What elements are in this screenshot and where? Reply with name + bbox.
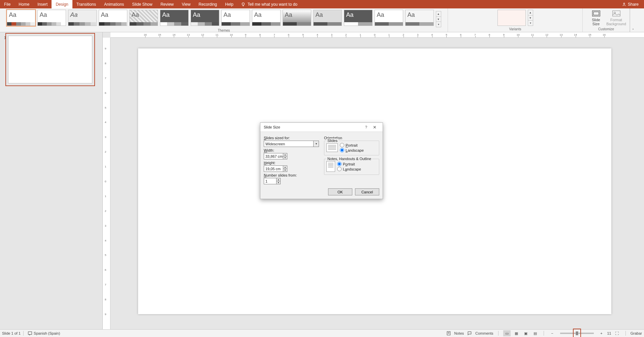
tab-design[interactable]: Design — [52, 0, 72, 8]
slideshow-view-button[interactable]: ▤ — [532, 330, 539, 336]
height-down[interactable]: ▼ — [283, 169, 287, 172]
notes-landscape-radio[interactable]: Landscape — [337, 167, 361, 171]
notes-icon — [446, 331, 451, 336]
theme-swatch[interactable]: Aa — [405, 10, 434, 26]
theme-swatch[interactable]: Aa — [160, 10, 189, 26]
theme-swatch[interactable]: Aa — [129, 10, 158, 26]
number-from-label: Number slides from: — [264, 173, 319, 177]
slide-size-icon — [592, 10, 601, 17]
tab-home[interactable]: Home — [14, 0, 33, 8]
number-down[interactable]: ▼ — [276, 181, 280, 184]
notes-button[interactable] — [445, 330, 452, 336]
themes-group-label: Themes — [218, 29, 230, 32]
theme-swatch[interactable]: Aa — [375, 10, 403, 26]
notes-portrait-radio[interactable]: Portrait — [337, 162, 361, 166]
themes-scroll-up[interactable]: ▲ — [436, 11, 441, 17]
format-bg-label: Format Background — [606, 18, 626, 26]
language-indicator[interactable]: Spanish (Spain) — [34, 331, 60, 335]
height-spinner[interactable]: 19,05 cm ▲▼ — [264, 165, 287, 172]
zoom-slider[interactable] — [560, 333, 594, 334]
chevron-down-icon: ▾ — [313, 141, 319, 147]
slides-portrait-radio[interactable]: Portrait — [340, 143, 364, 147]
number-from-spinner[interactable]: 1 ▲▼ — [264, 178, 281, 184]
theme-swatch[interactable]: Aa — [191, 10, 219, 26]
notes-label[interactable]: Notes — [454, 331, 464, 335]
dialog-title: Slide Size — [264, 125, 280, 129]
sized-for-combo[interactable]: Widescreen ▾ — [264, 141, 319, 147]
dialog-close-button[interactable]: ✕ — [370, 125, 379, 130]
variants-group-label: Variants — [509, 27, 521, 32]
tab-animations[interactable]: Animations — [100, 0, 128, 8]
svg-point-0 — [242, 3, 244, 5]
dialog-titlebar: Slide Size ? ✕ — [260, 123, 383, 132]
theme-swatch[interactable]: Aa — [252, 10, 281, 26]
svg-rect-3 — [593, 12, 599, 15]
notes-legend: Notes, Handouts & Outline — [326, 157, 372, 161]
width-spinner[interactable]: 33,867 cm ▲▼ — [264, 153, 287, 159]
zoom-level[interactable]: 11 — [607, 331, 611, 335]
theme-swatch[interactable]: Aa — [283, 10, 311, 26]
ribbon-collapse[interactable]: ˄ — [630, 8, 636, 32]
spellcheck-icon[interactable] — [26, 330, 34, 336]
share-button[interactable]: Share — [622, 2, 639, 7]
tab-review[interactable]: Review — [156, 0, 178, 8]
height-up[interactable]: ▲ — [283, 166, 287, 169]
ribbon-tabs: File Home Insert Design Transitions Anim… — [0, 0, 644, 8]
tab-transitions[interactable]: Transitions — [72, 0, 100, 8]
format-background-button[interactable]: Format Background — [608, 10, 625, 26]
comments-button[interactable] — [466, 330, 473, 336]
tab-file[interactable]: File — [0, 0, 14, 8]
variants-scroll: ▲ ▼ ▾ — [528, 10, 533, 26]
theme-swatch[interactable]: Aa — [313, 10, 342, 26]
variants-expand[interactable]: ▾ — [528, 21, 533, 26]
sorter-view-button[interactable]: ▦ — [513, 330, 520, 336]
themes-expand[interactable]: ▾ — [436, 22, 441, 27]
svg-rect-6 — [28, 332, 32, 334]
tab-view[interactable]: View — [178, 0, 195, 8]
height-label: Height: — [264, 161, 319, 165]
fit-window-button[interactable]: ⛶ — [613, 330, 621, 336]
themes-gallery: Aa Aa Aa Aa Aa Aa Aa Aa Aa Aa Aa Aa Aa A… — [5, 8, 443, 29]
svg-rect-4 — [612, 11, 620, 16]
tell-me-label: Tell me what you want to do — [248, 2, 297, 7]
tab-insert[interactable]: Insert — [33, 0, 52, 8]
slide-size-button[interactable]: Slide Size — [587, 10, 605, 26]
number-up[interactable]: ▲ — [276, 178, 280, 181]
variant-swatch[interactable] — [497, 10, 526, 26]
zoom-out-button[interactable]: − — [549, 330, 556, 336]
theme-swatch[interactable]: Aa — [344, 10, 373, 26]
normal-view-button[interactable]: ▭ — [503, 330, 511, 336]
theme-swatch[interactable]: Aa — [99, 10, 127, 26]
tab-help[interactable]: Help — [221, 0, 237, 8]
themes-scroll-down[interactable]: ▼ — [436, 17, 441, 22]
tab-slideshow[interactable]: Slide Show — [128, 0, 156, 8]
slides-legend: Slides — [326, 139, 339, 143]
width-label: Width: — [264, 148, 319, 152]
width-down[interactable]: ▼ — [283, 156, 287, 159]
slides-orientation-group: Slides Portrait Landscape — [324, 141, 379, 155]
width-up[interactable]: ▲ — [283, 153, 287, 156]
reading-view-button[interactable]: ▣ — [522, 330, 529, 336]
slides-landscape-radio[interactable]: Landscape — [340, 148, 364, 152]
theme-swatch[interactable]: Aa — [68, 10, 97, 26]
theme-swatch[interactable]: Aa — [7, 10, 35, 26]
ok-button[interactable]: OK — [328, 188, 352, 195]
zoom-slider-thumb[interactable] — [576, 331, 578, 335]
width-value: 33,867 cm — [265, 154, 283, 158]
tell-me-search[interactable]: Tell me what you want to do — [241, 2, 297, 7]
theme-swatch[interactable]: Aa — [221, 10, 250, 26]
record-label[interactable]: Grabar — [631, 331, 642, 335]
zoom-in-button[interactable]: + — [598, 330, 605, 336]
slide-thumbnail[interactable] — [8, 36, 92, 83]
notes-orientation-group: Notes, Handouts & Outline Portrait Lands… — [324, 159, 379, 175]
cancel-button[interactable]: Cancel — [355, 188, 379, 195]
svg-point-1 — [623, 3, 625, 4]
comments-label[interactable]: Comments — [475, 331, 493, 335]
slide-size-label: Slide Size — [592, 18, 600, 26]
tab-recording[interactable]: Recording — [195, 0, 221, 8]
variants-scroll-down[interactable]: ▼ — [528, 15, 533, 21]
theme-swatch[interactable]: Aa — [37, 10, 66, 26]
slide-count: Slide 1 of 1 — [2, 331, 21, 335]
dialog-help-button[interactable]: ? — [362, 125, 370, 129]
variants-scroll-up[interactable]: ▲ — [528, 10, 533, 15]
